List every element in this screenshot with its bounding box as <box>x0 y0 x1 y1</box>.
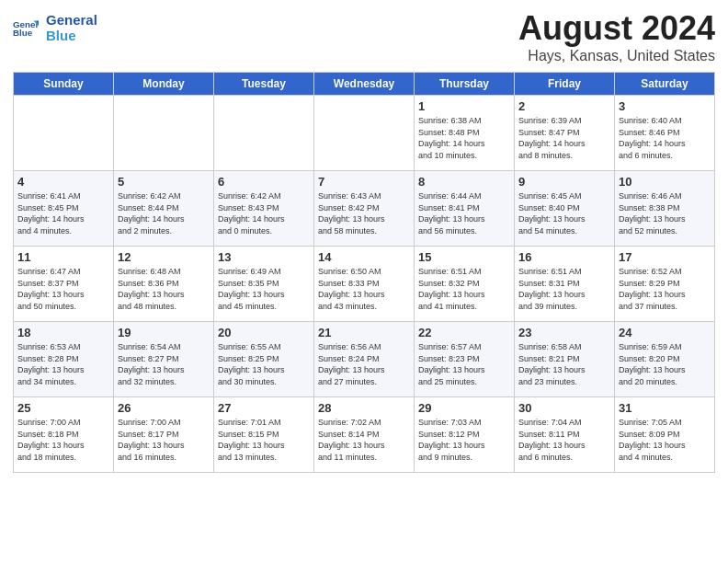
calendar-cell: 5Sunrise: 6:42 AM Sunset: 8:44 PM Daylig… <box>114 171 214 247</box>
logo: General Blue General Blue <box>13 13 97 43</box>
calendar-cell: 24Sunrise: 6:59 AM Sunset: 8:20 PM Dayli… <box>615 322 715 397</box>
day-info: Sunrise: 6:50 AM Sunset: 8:33 PM Dayligh… <box>318 266 410 312</box>
calendar-week-4: 18Sunrise: 6:53 AM Sunset: 8:28 PM Dayli… <box>14 322 715 397</box>
day-number: 25 <box>17 401 109 415</box>
calendar-cell: 23Sunrise: 6:58 AM Sunset: 8:21 PM Dayli… <box>515 322 615 397</box>
calendar-cell <box>114 96 214 171</box>
day-number: 13 <box>218 250 310 264</box>
header-thursday: Thursday <box>415 73 515 96</box>
day-number: 23 <box>518 326 610 339</box>
day-info: Sunrise: 6:41 AM Sunset: 8:45 PM Dayligh… <box>17 190 109 236</box>
header-friday: Friday <box>515 73 615 96</box>
calendar-cell: 9Sunrise: 6:45 AM Sunset: 8:40 PM Daylig… <box>515 171 615 247</box>
logo-line1: General <box>46 13 97 29</box>
day-number: 15 <box>418 250 510 264</box>
header-tuesday: Tuesday <box>214 73 314 96</box>
calendar-cell: 18Sunrise: 6:53 AM Sunset: 8:28 PM Dayli… <box>14 322 114 397</box>
calendar-cell: 7Sunrise: 6:43 AM Sunset: 8:42 PM Daylig… <box>314 171 415 247</box>
day-number: 16 <box>518 250 610 264</box>
calendar-cell <box>14 96 114 171</box>
day-info: Sunrise: 6:57 AM Sunset: 8:23 PM Dayligh… <box>418 341 510 387</box>
day-info: Sunrise: 6:39 AM Sunset: 8:47 PM Dayligh… <box>518 115 610 161</box>
day-info: Sunrise: 6:42 AM Sunset: 8:43 PM Dayligh… <box>218 190 310 236</box>
calendar-cell: 30Sunrise: 7:04 AM Sunset: 8:11 PM Dayli… <box>515 397 615 473</box>
day-number: 20 <box>218 326 310 339</box>
calendar-cell <box>314 96 415 171</box>
header-saturday: Saturday <box>615 73 715 96</box>
day-number: 21 <box>318 326 410 339</box>
page-container: General Blue General Blue August 2024 Ha… <box>0 0 728 563</box>
calendar-cell: 15Sunrise: 6:51 AM Sunset: 8:32 PM Dayli… <box>415 247 515 322</box>
calendar-cell: 12Sunrise: 6:48 AM Sunset: 8:36 PM Dayli… <box>114 247 214 322</box>
day-number: 18 <box>17 326 109 339</box>
calendar-week-3: 11Sunrise: 6:47 AM Sunset: 8:37 PM Dayli… <box>14 247 715 322</box>
day-number: 10 <box>619 175 711 189</box>
calendar-cell: 10Sunrise: 6:46 AM Sunset: 8:38 PM Dayli… <box>615 171 715 247</box>
header-sunday: Sunday <box>14 73 114 96</box>
day-number: 12 <box>118 250 210 264</box>
day-number: 5 <box>118 175 210 189</box>
day-number: 22 <box>418 326 510 339</box>
header-monday: Monday <box>114 73 214 96</box>
day-info: Sunrise: 7:00 AM Sunset: 8:18 PM Dayligh… <box>17 417 109 463</box>
header-wednesday: Wednesday <box>314 73 415 96</box>
day-number: 27 <box>218 401 310 415</box>
calendar-cell: 27Sunrise: 7:01 AM Sunset: 8:15 PM Dayli… <box>214 397 314 473</box>
day-info: Sunrise: 6:49 AM Sunset: 8:35 PM Dayligh… <box>218 266 310 312</box>
calendar-table: Sunday Monday Tuesday Wednesday Thursday… <box>13 72 715 473</box>
day-info: Sunrise: 6:56 AM Sunset: 8:24 PM Dayligh… <box>318 341 410 387</box>
calendar-cell: 29Sunrise: 7:03 AM Sunset: 8:12 PM Dayli… <box>415 397 515 473</box>
day-number: 1 <box>418 99 510 113</box>
calendar-cell: 31Sunrise: 7:05 AM Sunset: 8:09 PM Dayli… <box>615 397 715 473</box>
day-number: 19 <box>118 326 210 339</box>
logo-icon: General Blue <box>13 16 39 41</box>
main-title: August 2024 <box>518 9 715 48</box>
subtitle: Hays, Kansas, United States <box>518 48 715 64</box>
day-info: Sunrise: 6:58 AM Sunset: 8:21 PM Dayligh… <box>518 341 610 387</box>
calendar-cell: 17Sunrise: 6:52 AM Sunset: 8:29 PM Dayli… <box>615 247 715 322</box>
calendar-cell: 16Sunrise: 6:51 AM Sunset: 8:31 PM Dayli… <box>515 247 615 322</box>
calendar-cell <box>214 96 314 171</box>
day-info: Sunrise: 6:46 AM Sunset: 8:38 PM Dayligh… <box>619 190 711 236</box>
weekday-header-row: Sunday Monday Tuesday Wednesday Thursday… <box>14 73 715 96</box>
day-info: Sunrise: 7:05 AM Sunset: 8:09 PM Dayligh… <box>619 417 711 463</box>
day-number: 31 <box>619 401 711 415</box>
calendar-week-1: 1Sunrise: 6:38 AM Sunset: 8:48 PM Daylig… <box>14 96 715 171</box>
day-number: 26 <box>118 401 210 415</box>
day-info: Sunrise: 7:00 AM Sunset: 8:17 PM Dayligh… <box>118 417 210 463</box>
calendar-cell: 6Sunrise: 6:42 AM Sunset: 8:43 PM Daylig… <box>214 171 314 247</box>
calendar-cell: 20Sunrise: 6:55 AM Sunset: 8:25 PM Dayli… <box>214 322 314 397</box>
calendar-week-2: 4Sunrise: 6:41 AM Sunset: 8:45 PM Daylig… <box>14 171 715 247</box>
day-info: Sunrise: 6:48 AM Sunset: 8:36 PM Dayligh… <box>118 266 210 312</box>
calendar-cell: 1Sunrise: 6:38 AM Sunset: 8:48 PM Daylig… <box>415 96 515 171</box>
day-number: 11 <box>17 250 109 264</box>
day-number: 2 <box>518 99 610 113</box>
day-number: 29 <box>418 401 510 415</box>
day-info: Sunrise: 7:01 AM Sunset: 8:15 PM Dayligh… <box>218 417 310 463</box>
day-number: 17 <box>619 250 711 264</box>
day-info: Sunrise: 7:03 AM Sunset: 8:12 PM Dayligh… <box>418 417 510 463</box>
day-info: Sunrise: 6:59 AM Sunset: 8:20 PM Dayligh… <box>619 341 711 387</box>
calendar-cell: 25Sunrise: 7:00 AM Sunset: 8:18 PM Dayli… <box>14 397 114 473</box>
day-number: 9 <box>518 175 610 189</box>
calendar-cell: 19Sunrise: 6:54 AM Sunset: 8:27 PM Dayli… <box>114 322 214 397</box>
calendar-cell: 14Sunrise: 6:50 AM Sunset: 8:33 PM Dayli… <box>314 247 415 322</box>
day-info: Sunrise: 6:51 AM Sunset: 8:32 PM Dayligh… <box>418 266 510 312</box>
day-info: Sunrise: 6:45 AM Sunset: 8:40 PM Dayligh… <box>518 190 610 236</box>
calendar-cell: 4Sunrise: 6:41 AM Sunset: 8:45 PM Daylig… <box>14 171 114 247</box>
calendar-cell: 28Sunrise: 7:02 AM Sunset: 8:14 PM Dayli… <box>314 397 415 473</box>
day-info: Sunrise: 7:02 AM Sunset: 8:14 PM Dayligh… <box>318 417 410 463</box>
day-info: Sunrise: 6:54 AM Sunset: 8:27 PM Dayligh… <box>118 341 210 387</box>
day-number: 7 <box>318 175 410 189</box>
day-info: Sunrise: 6:47 AM Sunset: 8:37 PM Dayligh… <box>17 266 109 312</box>
svg-text:Blue: Blue <box>13 28 33 38</box>
title-block: August 2024 Hays, Kansas, United States <box>518 9 715 64</box>
header: General Blue General Blue August 2024 Ha… <box>13 9 715 64</box>
logo-line2: Blue <box>46 29 97 44</box>
day-info: Sunrise: 6:38 AM Sunset: 8:48 PM Dayligh… <box>418 115 510 161</box>
calendar-cell: 21Sunrise: 6:56 AM Sunset: 8:24 PM Dayli… <box>314 322 415 397</box>
calendar-cell: 26Sunrise: 7:00 AM Sunset: 8:17 PM Dayli… <box>114 397 214 473</box>
day-info: Sunrise: 6:53 AM Sunset: 8:28 PM Dayligh… <box>17 341 109 387</box>
day-number: 3 <box>619 99 711 113</box>
day-number: 6 <box>218 175 310 189</box>
